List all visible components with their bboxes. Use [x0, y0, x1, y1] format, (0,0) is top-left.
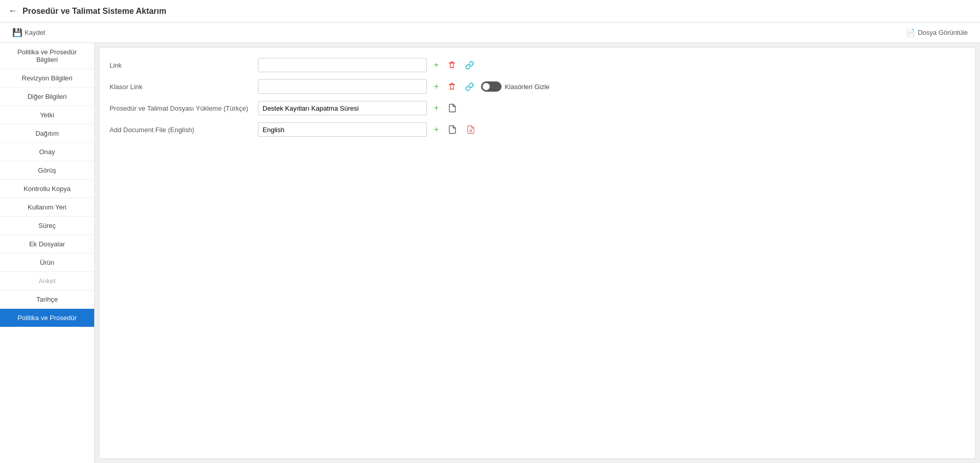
sidebar-item-onay[interactable]: Onay	[0, 143, 94, 161]
link-label: Link	[110, 61, 253, 69]
toolbar-left: 💾 Kaydet	[8, 26, 49, 39]
add-document-label: Add Document File (English)	[110, 126, 253, 134]
sidebar-item-surec[interactable]: Süreç	[0, 217, 94, 235]
klasor-link-row: Klasor Link +	[110, 79, 965, 94]
back-button[interactable]: ←	[8, 6, 17, 16]
document-add-button[interactable]: +	[432, 124, 441, 135]
doc-view-icon	[448, 125, 457, 134]
save-label: Kaydet	[25, 29, 45, 36]
trash-icon-2	[448, 82, 456, 91]
dosya-yukleme-input[interactable]	[258, 101, 427, 115]
sidebar-item-kullanim-yeri[interactable]: Kullanım Yeri	[0, 198, 94, 217]
sidebar-item-politika-prosedur[interactable]: Politika ve Prosedür	[0, 309, 94, 327]
klasorleri-gizle-toggle[interactable]	[481, 81, 502, 92]
sidebar-item-yetki[interactable]: Yetki	[0, 106, 94, 124]
link-delete-button[interactable]	[446, 60, 458, 70]
file-view-icon: 📄	[906, 28, 916, 37]
chain-icon	[465, 61, 474, 70]
chain-icon-2	[465, 82, 474, 91]
dosya-yukleme-row: Prosedür ve Talimat Dosyası Yükleme (Tür…	[110, 101, 965, 115]
dosya-upload-button[interactable]	[446, 102, 459, 114]
sidebar-item-revizyon-bilgileri[interactable]: Revizyon Bilgileri	[0, 69, 94, 88]
sidebar-item-urun[interactable]: Ürün	[0, 254, 94, 272]
sidebar-item-anket: Anket	[0, 272, 94, 290]
klasor-chain-button[interactable]	[463, 81, 476, 92]
toolbar-right: 📄 Dosya Görüntüle	[902, 26, 972, 39]
link-input[interactable]	[258, 58, 427, 72]
sidebar-item-tarihce[interactable]: Tarihçe	[0, 290, 94, 309]
sidebar-item-ek-dosyalar[interactable]: Ek Dosyalar	[0, 235, 94, 254]
sidebar-item-dagitim[interactable]: Dağıtım	[0, 124, 94, 143]
file-view-label: Dosya Görüntüle	[918, 29, 968, 36]
form-section: Link + Klasor Link	[110, 58, 965, 137]
klasor-add-button[interactable]: +	[432, 81, 441, 92]
doc-delete-icon	[466, 125, 475, 134]
content-area: Link + Klasor Link	[99, 47, 976, 459]
upload-icon	[448, 103, 457, 113]
link-add-button[interactable]: +	[432, 59, 441, 71]
sidebar-item-politika-prosedur-bilgileri[interactable]: Politika ve Prosedür Bilgileri	[0, 43, 94, 69]
dosya-yukleme-label: Prosedür ve Talimat Dosyası Yükleme (Tür…	[110, 104, 253, 112]
add-document-input[interactable]	[258, 122, 427, 137]
sidebar-item-kontrollu-kopya[interactable]: Kontrollu Kopya	[0, 180, 94, 198]
klasorleri-gizle-label: Klasörleri Gizle	[505, 83, 549, 91]
klasor-link-label: Klasor Link	[110, 83, 253, 91]
sidebar-item-diger-bilgileri[interactable]: Diğer Bilgileri	[0, 88, 94, 106]
klasor-delete-button[interactable]	[446, 81, 458, 92]
klasor-link-input[interactable]	[258, 79, 427, 94]
trash-icon	[448, 61, 456, 69]
file-view-button[interactable]: 📄 Dosya Görüntüle	[902, 26, 972, 39]
link-row: Link +	[110, 58, 965, 72]
klasorleri-gizle-toggle-container: Klasörleri Gizle	[481, 81, 549, 92]
main-layout: Politika ve Prosedür BilgileriRevizyon B…	[0, 43, 980, 463]
dosya-add-button[interactable]: +	[432, 102, 441, 114]
toolbar: 💾 Kaydet 📄 Dosya Görüntüle	[0, 23, 980, 43]
add-document-row: Add Document File (English) +	[110, 122, 965, 137]
save-icon: 💾	[12, 28, 23, 37]
top-bar: ← Prosedür ve Talimat Sisteme Aktarım	[0, 0, 980, 23]
sidebar: Politika ve Prosedür BilgileriRevizyon B…	[0, 43, 95, 463]
sidebar-item-gorus[interactable]: Görüş	[0, 161, 94, 180]
page-title: Prosedür ve Talimat Sisteme Aktarım	[23, 7, 166, 16]
document-view-button[interactable]	[446, 124, 459, 135]
document-delete-button[interactable]	[464, 124, 477, 135]
link-chain-button[interactable]	[463, 60, 476, 71]
save-button[interactable]: 💾 Kaydet	[8, 26, 49, 39]
